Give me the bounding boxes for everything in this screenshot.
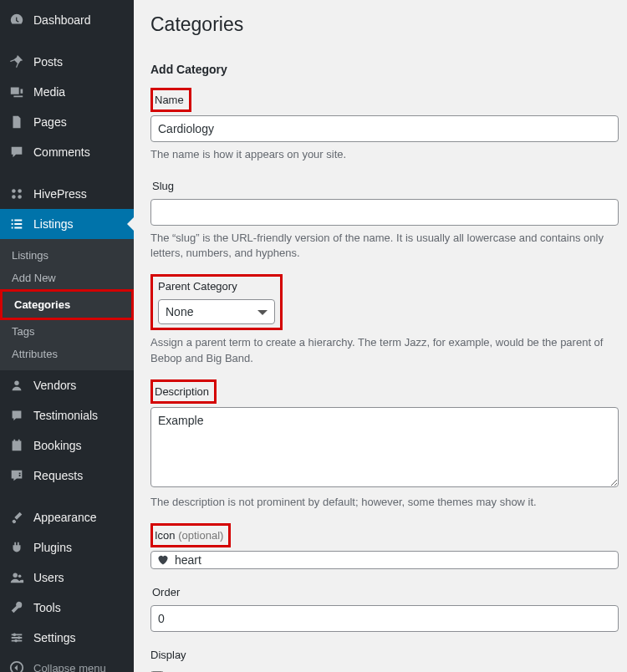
svg-point-5 (13, 573, 18, 578)
submenu-item-add-new[interactable]: Add New (0, 267, 134, 289)
sidebar-item-posts[interactable]: Posts (0, 47, 134, 77)
svg-point-9 (14, 639, 18, 643)
slug-input[interactable] (150, 199, 619, 226)
parent-label: Parent Category (158, 280, 237, 293)
submenu-item-listings[interactable]: Listings (0, 244, 134, 267)
field-parent: Parent Category None Assign a parent ter… (150, 274, 619, 365)
sidebar-item-label: Bookings (33, 439, 82, 452)
field-name: Name The name is how it appears on your … (150, 88, 619, 163)
sidebar-item-label: Users (33, 571, 64, 584)
sliders-icon (8, 629, 25, 646)
parent-help: Assign a parent term to create a hierarc… (150, 335, 619, 365)
svg-point-1 (18, 189, 22, 193)
sidebar-item-media[interactable]: Media (0, 77, 134, 107)
sidebar-item-settings[interactable]: Settings (0, 623, 134, 653)
users-icon (8, 569, 25, 586)
svg-point-0 (12, 189, 16, 193)
request-icon (8, 467, 25, 484)
slug-label: Slug (150, 176, 179, 196)
sidebar-item-label: Listings (33, 217, 73, 231)
sidebar-item-label: Dashboard (33, 13, 91, 27)
description-help: The description is not prominent by defa… (150, 495, 619, 510)
plugin-icon (8, 186, 25, 202)
icon-label-wrap: Icon (optional) (150, 523, 231, 547)
icon-select[interactable]: heart (150, 551, 619, 569)
sidebar-item-label: Tools (33, 601, 61, 614)
submenu-item-categories[interactable]: Categories (3, 293, 131, 316)
pin-icon (8, 53, 25, 70)
media-icon (8, 84, 25, 100)
form-heading: Add Category (150, 63, 619, 76)
sidebar-item-label: Posts (33, 55, 63, 69)
field-display: Display Display subcategories (150, 645, 619, 672)
sidebar-item-plugins[interactable]: Plugins (0, 532, 134, 563)
brush-icon (8, 509, 25, 526)
sidebar-item-vendors[interactable]: Vendors (0, 370, 134, 400)
sidebar-item-testimonials[interactable]: Testimonials (0, 400, 134, 430)
name-input[interactable] (150, 115, 619, 142)
collapse-icon (8, 659, 25, 672)
sidebar-item-pages[interactable]: Pages (0, 107, 134, 137)
plug-icon (8, 539, 25, 556)
sidebar-item-label: Collapse menu (33, 662, 106, 673)
description-input[interactable]: Example (150, 407, 619, 487)
field-order: Order (150, 583, 619, 632)
field-description: Description Example The description is n… (150, 379, 619, 510)
sidebar-item-requests[interactable]: Requests (0, 461, 134, 491)
svg-point-3 (18, 195, 22, 199)
heart-icon (156, 553, 170, 567)
name-help: The name is how it appears on your site. (150, 147, 619, 162)
display-label: Display (150, 645, 191, 664)
sidebar-item-appearance[interactable]: Appearance (0, 502, 134, 532)
highlight-categories: Categories (0, 289, 134, 320)
sidebar-item-hivepress[interactable]: HivePress (0, 179, 134, 209)
sidebar-item-label: Pages (33, 115, 67, 129)
sidebar-item-label: Testimonials (33, 409, 98, 422)
comment-icon (8, 144, 25, 160)
sidebar-item-label: Appearance (33, 511, 97, 524)
sidebar-item-tools[interactable]: Tools (0, 593, 134, 623)
sidebar-item-label: HivePress (33, 187, 87, 201)
gauge-icon (8, 12, 25, 28)
admin-sidebar: Dashboard Posts Media Pages Comments Hiv… (0, 0, 134, 672)
page-title: Categories (150, 13, 619, 36)
svg-point-8 (18, 636, 21, 639)
slug-help: The “slug” is the URL-friendly version o… (150, 231, 619, 261)
calendar-icon (8, 437, 25, 454)
submenu-item-attributes[interactable]: Attributes (0, 343, 134, 365)
user-icon (8, 377, 25, 394)
wrench-icon (8, 599, 25, 616)
order-label: Order (150, 583, 185, 602)
svg-point-4 (14, 381, 18, 385)
svg-point-7 (13, 634, 17, 637)
name-label: Name (150, 88, 191, 112)
sidebar-item-label: Comments (33, 145, 90, 159)
field-slug: Slug The “slug” is the URL-friendly vers… (150, 176, 619, 262)
sidebar-submenu: Listings Add New Categories Tags Attribu… (0, 239, 134, 370)
field-icon: Icon (optional) heart (150, 523, 619, 569)
highlight-parent: Parent Category None (150, 274, 283, 330)
sidebar-item-users[interactable]: Users (0, 563, 134, 593)
sidebar-item-label: Vendors (33, 379, 76, 392)
sidebar-item-collapse[interactable]: Collapse menu (0, 653, 134, 672)
quote-icon (8, 407, 25, 424)
svg-point-2 (12, 195, 16, 199)
sidebar-item-comments[interactable]: Comments (0, 137, 134, 167)
sidebar-item-label: Requests (33, 469, 83, 482)
page-icon (8, 114, 25, 130)
icon-optional: (optional) (178, 529, 223, 542)
submenu-item-tags[interactable]: Tags (0, 320, 134, 343)
sidebar-item-label: Settings (33, 631, 76, 644)
main-content: Categories Add Category Name The name is… (134, 0, 627, 672)
icon-value: heart (175, 553, 201, 567)
list-icon (8, 216, 25, 232)
sidebar-item-bookings[interactable]: Bookings (0, 430, 134, 461)
order-input[interactable] (150, 605, 619, 632)
parent-select[interactable]: None (158, 299, 275, 324)
icon-label: Icon (155, 529, 176, 542)
sidebar-item-listings[interactable]: Listings (0, 209, 134, 239)
description-label: Description (150, 379, 217, 404)
sidebar-item-label: Plugins (33, 541, 72, 554)
svg-point-6 (18, 574, 22, 578)
sidebar-item-dashboard[interactable]: Dashboard (0, 5, 134, 35)
